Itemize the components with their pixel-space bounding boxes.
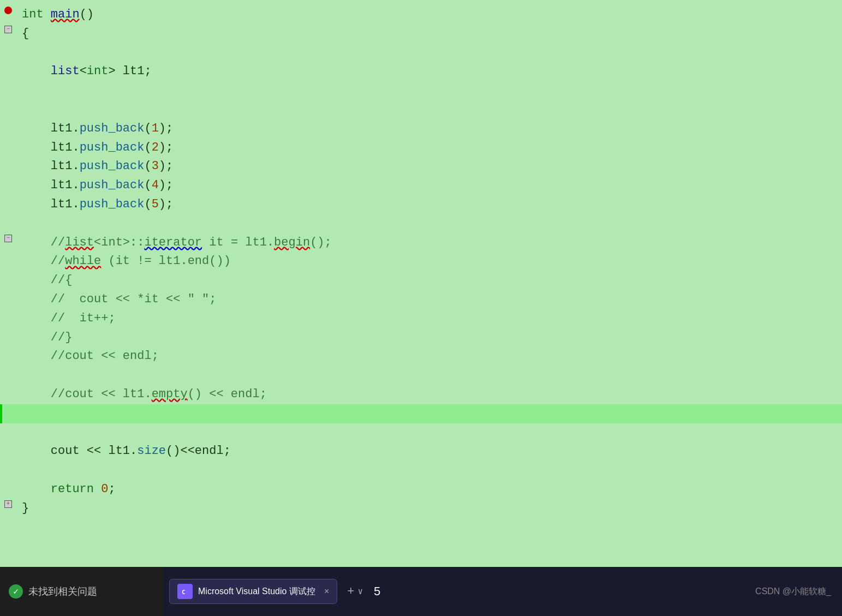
code-line-27: + } [0,499,842,518]
taskbar-icon: C [177,584,193,599]
line-content-2: { [16,26,842,43]
taskbar-number: 5 [374,584,380,599]
code-line-24: cout << lt1.size()<<endl; [0,442,842,461]
code-line-22-highlighted [0,404,842,423]
code-line-9: lt1.push_back(3); [0,157,842,176]
code-line-16: // cout << *it << ″ ″; [0,290,842,309]
code-line-11: lt1.push_back(5); [0,195,842,214]
line-content-4: list<int> lt1; [16,63,842,80]
code-editor: int main() − { list<int> lt1; lt1.push_b… [0,0,842,616]
line-content-1: int main() [16,7,842,23]
collapse-btn-27[interactable]: + [4,500,12,508]
line-content-20 [16,367,842,384]
taskbar-plus-btn[interactable]: + [347,585,354,599]
status-bar: ✓ 未找到相关问题 [0,567,164,616]
line-content-24: cout << lt1.size()<<endl; [16,443,842,460]
line-content-27: } [16,500,842,517]
line-content-15: //{ [16,272,842,289]
line-content-9: lt1.push_back(3); [16,158,842,175]
line-content-7: lt1.push_back(1); [16,121,842,137]
code-line-15: //{ [0,271,842,290]
line-content-6 [16,101,842,118]
line-content-18: //} [16,330,842,346]
line-content-19: //cout << endl; [16,348,842,365]
code-line-20 [0,366,842,385]
collapse-btn-2[interactable]: − [4,26,12,33]
gutter-2: − [0,26,16,33]
line-content-10: lt1.push_back(4); [16,177,842,194]
collapse-btn-13[interactable]: − [4,235,12,242]
svg-text:C: C [182,589,186,596]
line-content-25 [16,462,842,479]
taskbar-item[interactable]: C Microsoft Visual Studio 调试控 × [169,579,337,604]
gutter-27: + [0,500,16,508]
line-content-23 [16,424,842,441]
code-line-25 [0,461,842,480]
line-content-12 [16,216,842,232]
line-content-26: return 0; [16,481,842,498]
line-content-11: lt1.push_back(5); [16,196,842,213]
code-line-26: return 0; [0,480,842,499]
line-content-14: //while (it != lt1.end()) [16,253,842,270]
line-content-21: //cout << lt1.empty() << endl; [16,386,842,403]
code-line-21: //cout << lt1.empty() << endl; [0,385,842,404]
code-line-6 [0,100,842,119]
line-content-3 [16,45,842,62]
code-line-3 [0,44,842,63]
taskbar-close-btn[interactable]: × [324,587,329,596]
line-content-16: // cout << *it << ″ ″; [16,291,842,308]
code-line-2: − { [0,25,842,44]
breakpoint-dot [4,7,12,14]
code-line-12 [0,214,842,234]
taskbar-brand: CSDN @小能软糖_ [755,586,831,597]
gutter-1 [0,7,16,14]
line-content-13: //list<int>::iterator it = lt1.begin(); [16,235,842,252]
status-text: 未找到相关问题 [28,585,97,598]
code-line-13: − //list<int>::iterator it = lt1.begin()… [0,234,842,253]
taskbar-chevron-btn[interactable]: ∨ [357,586,363,597]
code-line-14: //while (it != lt1.end()) [0,252,842,271]
line-content-8: lt1.push_back(2); [16,140,842,157]
line-content-22 [19,405,842,422]
line-content-17: // it++; [16,310,842,327]
code-line-1: int main() [0,5,842,25]
code-line-8: lt1.push_back(2); [0,139,842,158]
taskbar-item-label: Microsoft Visual Studio 调试控 [198,586,315,597]
taskbar: C Microsoft Visual Studio 调试控 × + ∨ 5 CS… [164,567,842,616]
code-line-7: lt1.push_back(1); [0,119,842,139]
code-line-18: //} [0,328,842,348]
code-line-19: //cout << endl; [0,347,842,366]
line-content-5 [16,82,842,99]
code-line-5 [0,81,842,100]
gutter-13: − [0,235,16,242]
code-line-17: // it++; [0,309,842,328]
code-line-10: lt1.push_back(4); [0,176,842,195]
code-line-4: list<int> lt1; [0,62,842,81]
code-line-23 [0,423,842,442]
status-ok-icon: ✓ [9,584,23,599]
